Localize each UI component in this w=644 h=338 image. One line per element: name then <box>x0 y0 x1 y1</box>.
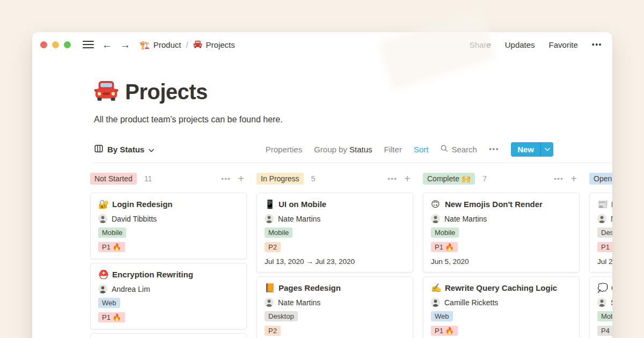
column-header: Open ••• + <box>589 172 612 186</box>
minimize-window-button[interactable] <box>52 41 59 48</box>
card-assignee: N <box>597 214 612 223</box>
breadcrumb-product-label: Product <box>153 40 181 49</box>
chevron-down-icon <box>149 145 154 154</box>
card-title: Encryption Rewriting <box>112 270 193 279</box>
card-assignee: Andrea Lim <box>98 284 239 293</box>
assignee-name: Andrea Lim <box>112 285 150 293</box>
add-card-icon[interactable]: + <box>570 173 577 184</box>
avatar <box>98 284 107 293</box>
kanban-card[interactable]: ✍️ Rewrite Query Caching Logic Camille R… <box>423 276 580 338</box>
properties-button[interactable]: Properties <box>266 145 302 154</box>
kanban-card[interactable]: ⛑️ Encryption Rewriting Andrea Lim Web P… <box>90 263 247 329</box>
card-assignee: S <box>597 298 612 307</box>
column-count: 5 <box>311 174 316 183</box>
traffic-lights <box>40 41 76 48</box>
kanban-board: Not Started 11 ••• + 🔐 Login Redesign Da… <box>32 163 612 338</box>
new-button-label: New <box>511 142 540 157</box>
sort-button[interactable]: Sort <box>414 145 429 154</box>
assignee-name: N <box>611 215 612 223</box>
column-status-tag: In Progress <box>257 173 304 185</box>
more-options-icon[interactable]: ••• <box>592 40 602 49</box>
column-header: In Progress 5 ••• + <box>257 172 413 186</box>
search-button[interactable]: Search <box>440 144 477 154</box>
column-status-tag: Complete 🙌 <box>423 173 475 185</box>
assignee-name: David Tibbitts <box>112 215 157 223</box>
view-switcher[interactable]: By Status <box>94 144 154 155</box>
column-status-tag: Open <box>589 173 612 185</box>
card-title: Login Redesign <box>112 200 173 209</box>
card-assignee: Nate Martins <box>265 214 405 223</box>
board-column-not-started: Not Started 11 ••• + 🔐 Login Redesign Da… <box>90 172 247 338</box>
new-dropdown-chevron-icon[interactable] <box>540 142 553 157</box>
tag: Web <box>98 298 120 308</box>
board-view-icon <box>94 144 103 155</box>
share-button[interactable]: Share <box>470 40 491 49</box>
avatar <box>431 214 440 223</box>
back-arrow-icon[interactable]: ← <box>102 40 112 50</box>
tag: Des <box>597 227 612 238</box>
view-more-icon[interactable]: ••• <box>489 145 499 153</box>
tag: Web <box>431 311 453 321</box>
assignee-name: S <box>611 298 612 307</box>
group-by-button[interactable]: Group by Status <box>314 145 372 154</box>
card-date-range: Jul 13, 2020 → Jul 23, 2020 <box>265 258 405 266</box>
close-window-button[interactable] <box>40 41 47 48</box>
kanban-card[interactable]: 💭 C S Mob P4 <box>589 276 612 338</box>
column-more-icon[interactable]: ••• <box>387 175 397 183</box>
column-header: Complete 🙌 7 ••• + <box>423 172 580 186</box>
filter-button[interactable]: Filter <box>384 145 402 154</box>
card-title: Rewrite Query Caching Logic <box>445 283 557 292</box>
favorite-button[interactable]: Favorite <box>549 40 578 49</box>
add-card-icon[interactable]: + <box>404 173 411 184</box>
toolbar-actions: Share Updates Favorite ••• <box>470 40 602 49</box>
breadcrumb-separator: / <box>186 40 188 49</box>
group-by-label: Group by <box>314 145 347 154</box>
kanban-card[interactable]: 📱 UI on Mobile Nate Martins Mobile P2 Ju… <box>257 193 413 273</box>
writing-hand-icon: ✍️ <box>431 284 441 292</box>
column-more-icon[interactable]: ••• <box>221 175 231 183</box>
assignee-name: Nate Martins <box>278 298 320 307</box>
tag: P2 <box>265 326 281 336</box>
sidebar-menu-icon[interactable] <box>83 41 94 48</box>
thought-balloon-icon: 💭 <box>597 284 607 292</box>
zoom-window-button[interactable] <box>64 41 71 48</box>
breadcrumb-item-projects[interactable]: Projects <box>193 40 235 50</box>
page-description: All the product team's projects can be f… <box>94 115 553 124</box>
forward-arrow-icon[interactable]: → <box>120 40 130 50</box>
tag: P1 🔥 <box>431 326 458 336</box>
avatar <box>265 298 274 307</box>
kanban-card[interactable]: 📙 Pages Redesign Nate Martins Desktop P2 <box>257 276 413 338</box>
breadcrumb-projects-label: Projects <box>206 40 235 49</box>
column-more-icon[interactable]: ••• <box>554 175 564 183</box>
card-date: Jun 5, 2020 <box>431 258 572 266</box>
upside-down-face-icon: 🙃 <box>431 200 441 209</box>
kanban-card[interactable]: 🙃 New Emojis Don't Render Nate Martins M… <box>423 193 580 273</box>
assignee-name: Nate Martins <box>278 215 320 223</box>
orange-book-icon: 📙 <box>265 284 274 292</box>
tag: Mobile <box>98 227 126 238</box>
mobile-phone-icon: 📱 <box>265 200 274 209</box>
group-by-value: Status <box>349 145 372 154</box>
tag: Mobile <box>431 227 459 238</box>
page-header: Projects All the product team's projects… <box>32 57 612 124</box>
card-assignee: Camille Ricketts <box>431 298 572 307</box>
tag: Mobile <box>265 227 292 238</box>
kanban-card[interactable]: 📰 P N Des P1 🔥 Jul 2 <box>589 193 612 273</box>
updates-button[interactable]: Updates <box>505 40 535 49</box>
view-name: By Status <box>107 145 144 154</box>
view-bar: By Status Properties Group by Status Fil… <box>32 141 612 158</box>
desktop-background: ← → 🏗️ Product / Projects Share Updates <box>0 0 644 338</box>
new-button[interactable]: New <box>511 142 553 157</box>
column-status-tag: Not Started <box>90 173 137 185</box>
avatar <box>597 214 606 223</box>
window-toolbar: ← → 🏗️ Product / Projects Share Updates <box>32 32 612 57</box>
add-card-icon[interactable]: + <box>238 173 244 184</box>
card-assignee: Nate Martins <box>431 214 572 223</box>
tag: P1 🔥 <box>597 242 612 252</box>
avatar <box>98 214 107 223</box>
card-title: New Emojis Don't Render <box>445 200 543 209</box>
breadcrumb-item-product[interactable]: 🏗️ Product <box>140 40 181 49</box>
kanban-card[interactable] <box>90 333 247 338</box>
card-assignee: Nate Martins <box>265 298 405 307</box>
kanban-card[interactable]: 🔐 Login Redesign David Tibbitts Mobile P… <box>90 193 247 259</box>
